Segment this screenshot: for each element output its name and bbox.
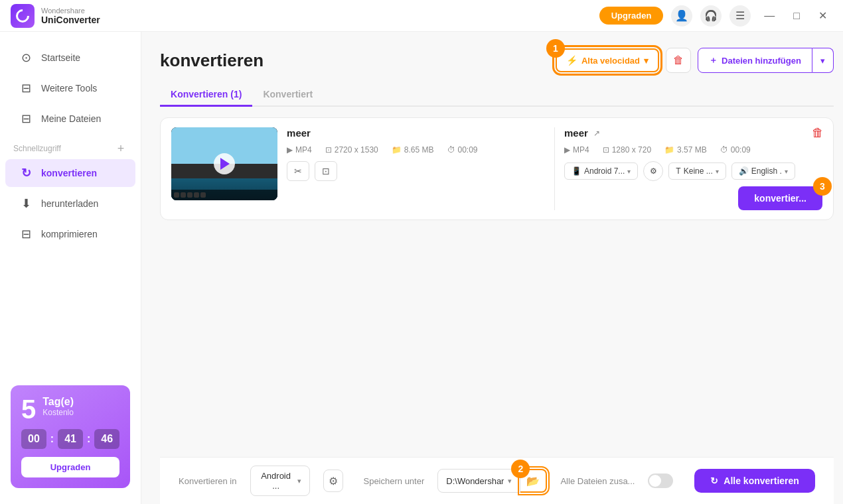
delete-file-button[interactable]: 🗑 — [812, 126, 824, 140]
convert-icon: ↻ — [19, 166, 33, 180]
tab-konvertiert[interactable]: Konvertiert — [252, 84, 323, 107]
title-bar-actions: Upgraden 👤 🎧 ☰ — □ ✕ — [599, 5, 832, 27]
output-settings-button[interactable]: ⚙ — [323, 470, 344, 492]
app-name-line1: Wondershare — [41, 7, 100, 15]
trash-icon: 🗑 — [673, 54, 684, 66]
main-layout: ⊙ Startseite ⊟ Weitere Tools ⊟ Meine Dat… — [0, 32, 843, 504]
app-name-block: Wondershare UniConverter — [41, 7, 100, 25]
input-duration: ⏱ 00:09 — [447, 145, 478, 155]
add-files-label: Dateien hinzufügen — [722, 56, 801, 66]
tabs-bar: Konvertieren (1) Konvertiert — [160, 84, 834, 107]
external-link-icon[interactable]: ↗ — [593, 129, 600, 138]
play-icon — [220, 158, 230, 170]
folder-btn-wrapper: 2 📂 — [520, 469, 547, 493]
folder-icon: 📁 — [392, 145, 402, 155]
speed-dropdown-icon: ▾ — [644, 56, 649, 66]
audio-icon: 🔊 — [739, 166, 749, 176]
header-actions: 1 ⚡ Alta velocidad ▾ 🗑 ＋ Dateien hinzufü… — [556, 48, 834, 73]
delete-all-button[interactable]: 🗑 — [666, 48, 691, 73]
title-bar: Wondershare UniConverter Upgraden 👤 🎧 ☰ … — [0, 0, 843, 32]
sidebar-item-herunterladen[interactable]: ⬇ herunterladen — [5, 190, 135, 218]
subtitle-chevron-icon: ▾ — [716, 168, 719, 175]
save-path-group: D:\Wondershar ▾ 2 📂 — [437, 469, 547, 493]
toggle-knob — [649, 475, 661, 487]
save-to-label: Speichern unter — [363, 476, 424, 486]
android-icon: 📱 — [572, 166, 581, 176]
settings-output-button[interactable]: ⚙ — [643, 161, 663, 181]
sidebar: ⊙ Startseite ⊟ Weitere Tools ⊟ Meine Dat… — [0, 32, 141, 504]
tab-konvertieren[interactable]: Konvertieren (1) — [160, 84, 252, 107]
save-path-button[interactable]: D:\Wondershar ▾ — [437, 469, 520, 493]
content-header: konvertieren 1 ⚡ Alta velocidad ▾ 🗑 ＋ — [160, 48, 834, 73]
add-files-button[interactable]: ＋ Dateien hinzufügen — [698, 48, 812, 73]
clock-icon: ⏱ — [447, 145, 455, 155]
sidebar-item-komprimieren[interactable]: ⊟ komprimieren — [5, 220, 135, 248]
file-thumbnail — [171, 127, 277, 200]
sidebar-label-startseite: Startseite — [41, 52, 80, 63]
upgrade-button[interactable]: Upgraden — [599, 7, 664, 25]
crop-tool-button[interactable]: ⊡ — [315, 161, 337, 181]
input-file-meta: ▶ MP4 ⊡ 2720 x 1530 📁 8.65 MB ⏱ 00:09 — [287, 145, 545, 155]
trial-tag: Tag(e) — [42, 396, 74, 408]
subtitle-select-button[interactable]: T Keine ... ▾ — [668, 162, 726, 180]
app-logo — [11, 4, 35, 28]
close-button[interactable]: ✕ — [813, 7, 832, 25]
speed-btn-wrapper: 1 ⚡ Alta velocidad ▾ — [556, 48, 659, 72]
sidebar-label-herunterladen: herunterladen — [41, 198, 98, 209]
sidebar-item-startseite[interactable]: ⊙ Startseite — [5, 44, 135, 72]
download-icon: ⬇ — [19, 196, 33, 211]
speed-button[interactable]: ⚡ Alta velocidad ▾ — [556, 48, 659, 72]
bottom-bar: Konvertieren in Android ... ▾ ⚙ Speicher… — [160, 457, 834, 504]
chevron-down-icon: ▾ — [820, 56, 825, 66]
device-select-button[interactable]: 📱 Android 7... ▾ — [564, 162, 638, 180]
convert-all-icon: ↻ — [710, 475, 718, 486]
user-account-button[interactable]: 👤 — [671, 5, 692, 27]
file-card: 🗑 meer — [160, 117, 834, 220]
content-area: konvertieren 1 ⚡ Alta velocidad ▾ 🗑 ＋ — [141, 32, 843, 504]
merge-toggle[interactable] — [648, 473, 673, 488]
schnellzugriff-add-button[interactable]: + — [114, 142, 127, 155]
timer-hours: 00 — [21, 429, 46, 449]
sidebar-label-konvertieren: konvertieren — [41, 168, 97, 178]
timer-seconds: 46 — [94, 429, 119, 449]
tools-icon: ⊟ — [19, 81, 33, 95]
logo-icon — [13, 6, 32, 25]
output-size: 📁 3.57 MB — [664, 145, 707, 155]
content-spacer — [160, 220, 834, 446]
audio-select-button[interactable]: 🔊 English . ▾ — [731, 162, 795, 180]
cut-tool-button[interactable]: ✂ — [287, 161, 309, 181]
convert-to-select[interactable]: Android ... ▾ — [250, 466, 310, 496]
input-tools: ✂ ⊡ — [287, 161, 545, 181]
convert-to-label: Konvertieren in — [179, 476, 236, 486]
maximize-button[interactable]: □ — [788, 7, 805, 25]
sidebar-item-konvertieren[interactable]: ↻ konvertieren — [5, 159, 135, 187]
convert-all-button[interactable]: ↻ Alle konvertieren — [694, 469, 815, 493]
timer-minutes: 41 — [58, 429, 83, 449]
convert-btn-wrapper: 3 konvertier... — [738, 186, 822, 210]
trial-upgrade-button[interactable]: Upgraden — [21, 457, 119, 477]
support-button[interactable]: 🎧 — [700, 5, 722, 27]
input-resolution: ⊡ 2720 x 1530 — [325, 145, 378, 155]
device-chevron-icon: ▾ — [627, 168, 631, 175]
output-resolution-icon: ⊡ — [603, 145, 609, 155]
convert-all-label: Alle konvertieren — [724, 475, 799, 486]
convert-single-button[interactable]: konvertier... — [738, 186, 822, 210]
output-clock-icon: ⏱ — [720, 145, 728, 155]
annotation-badge-1: 1 — [546, 39, 565, 58]
minimize-button[interactable]: — — [759, 7, 780, 25]
play-overlay[interactable] — [214, 153, 235, 174]
convert-to-chevron-icon: ▾ — [297, 477, 301, 485]
output-name-row: meer ↗ — [564, 127, 822, 139]
trial-box: 5 Tag(e) Kostenlo 00 : 41 : 46 Upgraden — [11, 385, 130, 488]
compress-icon: ⊟ — [19, 227, 33, 241]
audio-chevron-icon: ▾ — [785, 168, 788, 175]
add-files-dropdown-button[interactable]: ▾ — [812, 48, 834, 73]
output-file-meta: ▶ MP4 ⊡ 1280 x 720 📁 3.57 MB ⏱ 00:09 — [564, 145, 822, 155]
resolution-icon: ⊡ — [325, 145, 332, 155]
folder-open-icon: 📂 — [526, 475, 540, 487]
output-section: meer ↗ ▶ MP4 ⊡ 1280 x 720 📁 3.57 MB — [554, 127, 822, 210]
sidebar-item-weitere-tools[interactable]: ⊟ Weitere Tools — [5, 74, 135, 102]
gear-icon: ⚙ — [650, 166, 657, 176]
sidebar-item-meine-dateien[interactable]: ⊟ Meine Dateien — [5, 105, 135, 133]
menu-button[interactable]: ☰ — [729, 5, 751, 27]
